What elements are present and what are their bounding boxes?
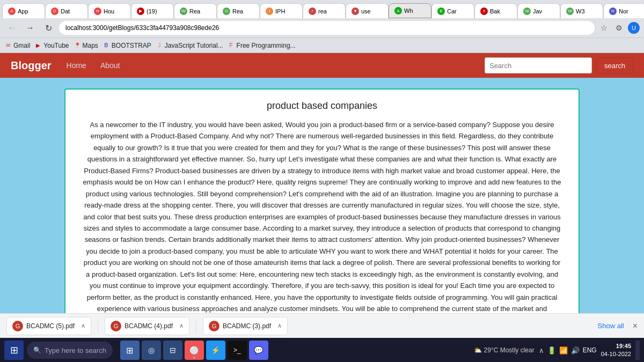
- bookmark-maps[interactable]: 📍 Maps: [74, 42, 98, 49]
- address-input[interactable]: [59, 21, 595, 35]
- article-outer: product based companies As a newcomer to…: [0, 78, 644, 313]
- free-programming-icon: F: [228, 42, 235, 49]
- system-tray: ∧ 🔋 📶 🔊 ENG: [539, 346, 597, 354]
- article-body: As a newcomer to the IT industry, you wo…: [82, 119, 562, 313]
- search-button[interactable]: search: [596, 57, 633, 73]
- tab-label: Rea: [189, 8, 200, 14]
- nav-home[interactable]: Home: [62, 59, 91, 72]
- profile-icon[interactable]: U: [628, 22, 640, 34]
- article-box: product based companies As a newcomer to…: [64, 88, 580, 313]
- tab-label: Car: [447, 8, 457, 14]
- site-logo: Blogger: [11, 60, 52, 72]
- tab-favicon: D: [51, 8, 58, 15]
- taskbar-search[interactable]: 🔍 Type here to search: [27, 342, 113, 359]
- tab-nor[interactable]: N Nor: [603, 3, 644, 18]
- taskbar-app-windows[interactable]: ⊞: [120, 341, 140, 360]
- download-name-2: BCADMC (4).pdf: [125, 322, 173, 330]
- bookmark-bootstrap[interactable]: B BOOTSTRAP: [103, 42, 151, 49]
- download-chevron-3[interactable]: ∧: [277, 322, 282, 329]
- tab-dat[interactable]: D Dat: [45, 3, 88, 18]
- tab-favicon: A: [394, 7, 402, 14]
- taskbar: ⊞ 🔍 Type here to search ⊞ ◎ ⊟ ⚪ ⚡ >_ 💬 ⛅: [0, 338, 644, 362]
- gmail-icon: ✉: [4, 42, 12, 49]
- clock-date: 04-10-2022: [601, 350, 631, 358]
- start-button[interactable]: ⊞: [4, 341, 24, 360]
- tray-arrow-icon[interactable]: ∧: [539, 346, 544, 354]
- tray-battery-icon: 🔋: [547, 346, 556, 354]
- taskbar-app-search[interactable]: ◎: [142, 341, 161, 360]
- nav-links: Home About: [62, 59, 125, 72]
- download-item-2[interactable]: G BCADMC (4).pdf ∧: [105, 317, 189, 335]
- reload-button[interactable]: ↻: [41, 20, 56, 35]
- tab-hou[interactable]: H Hou: [88, 3, 131, 18]
- tab-favicon: H: [94, 8, 101, 15]
- tab-bak[interactable]: X Bak: [474, 3, 517, 18]
- tab-favicon: X: [480, 8, 488, 15]
- taskbar-app-discord[interactable]: 💬: [249, 341, 268, 360]
- tab-active[interactable]: A Wh: [389, 3, 431, 18]
- tab-jav[interactable]: W Jav: [517, 3, 560, 18]
- taskbar-app-terminal[interactable]: >_: [228, 341, 247, 360]
- clock-area[interactable]: 19:45 04-10-2022: [601, 342, 631, 359]
- bookmark-gmail[interactable]: ✉ Gmail: [4, 42, 30, 49]
- tray-volume-icon: 🔊: [571, 346, 580, 354]
- tab-rea2[interactable]: G Rea: [217, 3, 260, 18]
- js-tutorial-icon: J: [156, 42, 163, 49]
- download-item-1[interactable]: G BCADMC (5).pdf ∧: [6, 317, 91, 335]
- tab-favicon: N: [609, 8, 617, 15]
- taskbar-corner[interactable]: [635, 341, 640, 360]
- tab-iph[interactable]: I IPH: [260, 3, 303, 18]
- download-name-1: BCADMC (5).pdf: [26, 322, 75, 330]
- taskbar-app-browser[interactable]: ⚪: [185, 341, 204, 360]
- download-separator: [98, 320, 98, 333]
- tab-label: rea: [318, 8, 327, 14]
- tab-label: Rea: [232, 8, 243, 14]
- download-chevron-1[interactable]: ∧: [81, 322, 85, 329]
- page-content: Blogger Home About search product based …: [0, 53, 644, 313]
- search-input[interactable]: [485, 57, 592, 73]
- tray-wifi-icon: 📶: [559, 346, 568, 354]
- download-icon-1: G: [12, 321, 23, 331]
- tab-favicon: W: [523, 8, 531, 15]
- taskbar-app-code[interactable]: ⚡: [206, 341, 225, 360]
- tab-favicon: W: [180, 8, 187, 15]
- article-title: product based companies: [82, 100, 562, 112]
- tab-label: use: [361, 8, 371, 14]
- address-bar-row: ← → ↻ ☆ ⚙ U: [0, 18, 644, 38]
- tab-favicon: r: [309, 8, 316, 15]
- weather-icon: ⛅: [474, 346, 482, 354]
- downloads-close-button[interactable]: ×: [633, 321, 638, 331]
- taskbar-app-dot: [193, 357, 195, 359]
- tab-label: Bak: [490, 8, 500, 14]
- maps-icon: 📍: [74, 42, 81, 49]
- clock-time: 19:45: [601, 342, 631, 350]
- tab-car[interactable]: B Car: [431, 3, 474, 18]
- tab-app[interactable]: A App: [2, 3, 45, 18]
- taskbar-app-task[interactable]: ⊟: [163, 341, 182, 360]
- nav-about[interactable]: About: [96, 59, 125, 72]
- bookmark-free-programming[interactable]: F Free Programming...: [228, 42, 296, 49]
- youtube-icon: ▶: [34, 42, 42, 49]
- tab-label: Wh: [404, 8, 413, 14]
- tab-label: Jav: [533, 8, 542, 14]
- bookmark-js-tutorial[interactable]: J JavaScript Tutorial...: [156, 42, 223, 49]
- tab-use[interactable]: ♥ use: [346, 3, 389, 18]
- tab-rea1[interactable]: W Rea: [174, 3, 217, 18]
- download-chevron-2[interactable]: ∧: [179, 322, 184, 329]
- tab-yt[interactable]: ▶ (19): [131, 3, 174, 18]
- tab-rea3[interactable]: r rea: [303, 3, 346, 18]
- tab-w3[interactable]: W W3: [560, 3, 603, 18]
- download-item-3[interactable]: G BCADMC (3).pdf ∧: [203, 317, 288, 335]
- back-button[interactable]: ←: [4, 20, 19, 35]
- forward-button[interactable]: →: [23, 20, 38, 35]
- download-icon-2: G: [111, 321, 121, 331]
- show-all-button[interactable]: Show all: [598, 322, 624, 330]
- weather-text: 29°C Mostly clear: [484, 346, 535, 354]
- tab-label: Hou: [104, 8, 114, 14]
- bookmark-youtube[interactable]: ▶ YouTube: [34, 42, 69, 49]
- downloads-bar: G BCADMC (5).pdf ∧ G BCADMC (4).pdf ∧ G …: [0, 313, 644, 338]
- browser-chrome: A App D Dat H Hou ▶ (19) W Rea G Rea I I…: [0, 0, 644, 53]
- bookmark-star-icon[interactable]: ☆: [598, 22, 610, 34]
- tab-label: Nor: [619, 8, 628, 14]
- extension-puzzle-icon[interactable]: ⚙: [613, 22, 625, 34]
